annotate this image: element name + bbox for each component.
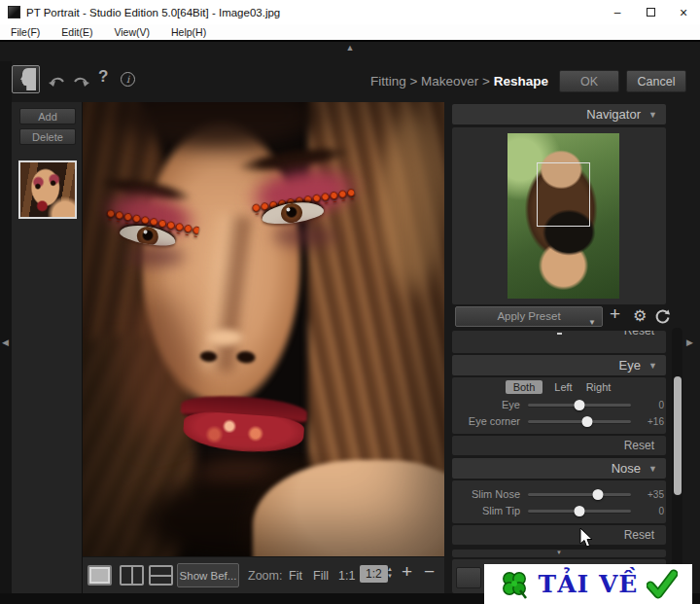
checkmark-icon: [647, 569, 678, 600]
split-vertical-icon[interactable]: [120, 565, 144, 586]
ok-button[interactable]: OK: [559, 70, 619, 92]
spinner-up-icon[interactable]: ▲: [387, 566, 393, 573]
nose-reset-button[interactable]: Reset: [624, 528, 654, 542]
eye-slider-thumb[interactable]: [575, 400, 585, 410]
redo-icon[interactable]: [71, 74, 90, 89]
nose-reset-row: Reset: [452, 525, 666, 545]
face-profile-button[interactable]: [12, 65, 40, 93]
delete-button[interactable]: Delete: [19, 128, 76, 145]
spinner-down-icon[interactable]: ▼: [387, 573, 393, 580]
zoom-fill-button[interactable]: Fill: [313, 569, 329, 583]
navigator-title: Navigator: [586, 107, 641, 122]
panel-scrollbar[interactable]: [672, 328, 682, 573]
title-bar: PT Portrait - Studio Edition 5.0[64Bit] …: [0, 0, 700, 24]
clover-icon: [499, 569, 530, 600]
breadcrumb-current: Reshape: [494, 74, 548, 89]
eye-corner-slider-thumb[interactable]: [582, 416, 593, 427]
tab-left[interactable]: Left: [552, 380, 574, 394]
tab-right[interactable]: Right: [584, 380, 613, 394]
zoom-fit-button[interactable]: Fit: [289, 569, 302, 583]
menu-bar: File(F) Edit(E) View(V) Help(H): [0, 24, 700, 40]
navigator-preview[interactable]: [508, 133, 619, 299]
scroll-down-hint-icon[interactable]: ▼: [556, 550, 562, 555]
zoom-1-2-button[interactable]: 1:2: [360, 565, 388, 583]
slim-tip-slider-thumb[interactable]: [575, 506, 585, 516]
adjustment-panel: Navigator ▼ Apply Preset ▼ + ⚙: [449, 102, 669, 604]
scrolled-section-partial: Reset: [452, 331, 666, 353]
help-icon[interactable]: ?: [98, 67, 108, 87]
photo-thumbnail[interactable]: [18, 160, 77, 219]
nose-section-header[interactable]: Nose ▼: [452, 458, 666, 479]
breadcrumb: Fitting > Makeover > Reshape: [370, 74, 548, 89]
partial-button[interactable]: [456, 567, 481, 588]
zoom-label: Zoom:: [248, 569, 282, 583]
slim-nose-slider-track[interactable]: [528, 493, 631, 496]
zoom-1-1-button[interactable]: 1:1: [338, 569, 355, 583]
slim-tip-slider-label: Slim Tip: [452, 505, 520, 516]
vertical-divider-bar: [131, 567, 133, 584]
panel-expand-right-icon[interactable]: ▶: [686, 338, 693, 347]
photo-list-panel: Add Delete: [12, 102, 83, 593]
download-badge-text: TẢI VỀ: [539, 570, 639, 598]
add-button[interactable]: Add: [19, 108, 76, 124]
zoom-out-icon[interactable]: −: [424, 561, 435, 583]
maximize-icon[interactable]: [634, 0, 667, 24]
menu-help[interactable]: Help(H): [160, 26, 217, 38]
face-profile-icon: [13, 66, 39, 92]
nose-collapse-icon[interactable]: ▼: [648, 464, 657, 474]
split-horizontal-icon[interactable]: [149, 565, 173, 586]
eye-section-title: Eye: [619, 358, 641, 373]
cancel-button[interactable]: Cancel: [626, 70, 686, 92]
eye-corner-slider-track[interactable]: [528, 420, 631, 423]
eye-slider-label: Eye: [452, 399, 520, 410]
refresh-icon[interactable]: [654, 308, 671, 325]
window-controls: – ×: [601, 0, 700, 24]
collapse-top-icon[interactable]: ▲: [338, 43, 362, 53]
scrollbar-thumb[interactable]: [674, 376, 682, 495]
menu-edit[interactable]: Edit(E): [51, 26, 103, 38]
eye-section-header[interactable]: Eye ▼: [452, 355, 666, 375]
show-before-button[interactable]: Show Bef...: [177, 563, 239, 587]
eye-corner-slider-row: Eye corner +16: [452, 413, 666, 429]
app-body: ▲ ? i Fitting > Makeover > Reshape OK Ca…: [0, 40, 700, 604]
scroll-up-hint[interactable]: [557, 333, 562, 335]
menu-file[interactable]: File(F): [0, 26, 51, 38]
close-icon[interactable]: ×: [667, 0, 700, 24]
minimize-icon[interactable]: –: [601, 0, 634, 24]
info-icon[interactable]: i: [121, 72, 135, 87]
eye-collapse-icon[interactable]: ▼: [648, 361, 657, 371]
clipped-reset-button[interactable]: Reset: [624, 331, 654, 338]
slim-nose-slider-label: Slim Nose: [452, 488, 520, 500]
tab-both[interactable]: Both: [506, 380, 543, 394]
navigator-collapse-icon[interactable]: ▼: [648, 110, 657, 120]
zoom-spinner[interactable]: ▲▼: [387, 566, 393, 580]
image-canvas[interactable]: [83, 102, 444, 556]
apply-preset-dropdown[interactable]: Apply Preset ▼: [455, 306, 603, 327]
menu-view[interactable]: View(V): [103, 26, 160, 38]
navigator-view-rect[interactable]: [537, 162, 590, 227]
eye-corner-slider-label: Eye corner: [452, 415, 520, 427]
eye-target-tabs: Both Left Right: [452, 380, 666, 394]
slim-nose-slider-row: Slim Nose +35: [452, 486, 666, 502]
nose-section-title: Nose: [612, 461, 641, 476]
gear-icon[interactable]: ⚙: [633, 306, 647, 325]
zoom-in-icon[interactable]: +: [402, 561, 412, 583]
breadcrumb-prefix[interactable]: Fitting > Makeover >: [370, 74, 494, 89]
eye-slider-track[interactable]: [528, 404, 631, 407]
eye-corner-slider-value: +16: [633, 416, 664, 427]
eye-reset-button[interactable]: Reset: [624, 439, 654, 452]
slim-tip-slider-value: 0: [633, 506, 664, 516]
slim-tip-slider-track[interactable]: [528, 510, 631, 513]
download-badge[interactable]: TẢI VỀ: [484, 564, 692, 604]
add-preset-icon[interactable]: +: [610, 303, 620, 325]
eye-slider-value: 0: [633, 400, 664, 410]
portrait-vignette: [83, 102, 444, 556]
horizontal-divider-bar: [151, 575, 171, 577]
single-view-icon[interactable]: [88, 565, 112, 586]
scroll-down-strip[interactable]: ▼: [452, 550, 666, 557]
navigator-header[interactable]: Navigator ▼: [452, 104, 666, 124]
app-icon: [8, 6, 20, 18]
slim-nose-slider-thumb[interactable]: [593, 489, 604, 500]
undo-icon[interactable]: [48, 74, 67, 89]
panel-collapse-left-icon[interactable]: ◀: [2, 338, 9, 347]
